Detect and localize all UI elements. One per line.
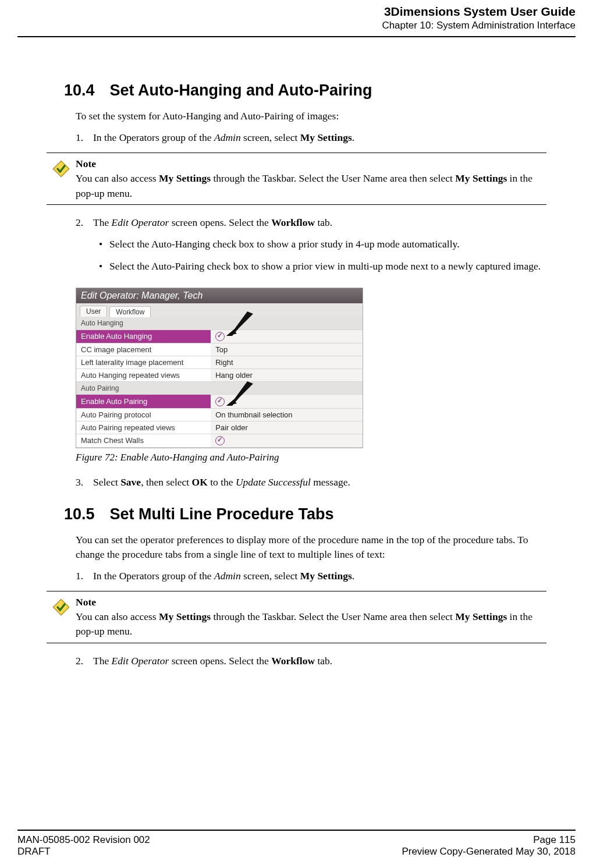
bullet-item: • Select the Auto-Hanging check box to s… <box>93 237 546 251</box>
note-text: Note You can also access My Settings thr… <box>76 595 546 639</box>
note-label: Note <box>76 595 546 610</box>
pointer-arrow-icon <box>222 380 254 409</box>
checkbox-icon[interactable] <box>215 436 225 445</box>
step-1: 1. In the Operators group of the Admin s… <box>76 130 546 145</box>
footer-gen-date: Preview Copy-Generated May 30, 2018 <box>402 846 576 858</box>
row-match-chest-walls: Match Chest Walls <box>76 434 363 448</box>
note-box: Note You can also access My Settings thr… <box>47 591 546 643</box>
step-1: 1. In the Operators group of the Admin s… <box>76 569 546 583</box>
section-number: 10.5 <box>64 505 95 523</box>
step-number: 1. <box>76 130 93 145</box>
footer-doc-rev: MAN-05085-002 Revision 002 <box>17 834 150 846</box>
note-label: Note <box>76 157 546 171</box>
tab-bar: User Workflow <box>76 303 363 317</box>
section-intro: You can set the operator preferences to … <box>76 533 546 562</box>
row-enable-auto-hanging: Enable Auto Hanging <box>76 330 363 343</box>
page-footer: MAN-05085-002 Revision 002 Page 115 DRAF… <box>17 830 576 858</box>
settings-table: Auto Hanging Enable Auto Hanging CC imag… <box>76 317 363 448</box>
tab-user[interactable]: User <box>80 306 107 317</box>
bullet-item: • Select the Auto-Pairing check box to s… <box>93 259 546 274</box>
section-intro: To set the system for Auto-Hanging and A… <box>76 109 546 123</box>
page-header: 3Dimensions System User Guide Chapter 10… <box>17 0 576 37</box>
row-left-laterality: Left laterality image placementRight <box>76 356 363 369</box>
footer-draft: DRAFT <box>17 846 51 858</box>
row-cc-placement: CC image placementTop <box>76 343 363 356</box>
step-text: The Edit Operator screen opens. Select t… <box>93 654 546 668</box>
section-number: 10.4 <box>64 82 95 100</box>
step-text: Select Save, then select OK to the Updat… <box>93 475 546 490</box>
section-10-4-heading: 10.4 Set Auto-Hanging and Auto-Pairing <box>64 82 546 100</box>
edit-operator-screenshot: Edit Operator: Manager, Tech User Workfl… <box>76 288 363 448</box>
step-number: 2. <box>76 654 93 668</box>
note-body: You can also access My Settings through … <box>76 610 546 639</box>
footer-page-num: Page 115 <box>533 834 576 846</box>
row-enable-auto-pairing: Enable Auto Pairing <box>76 395 363 409</box>
group-auto-pairing: Auto Pairing <box>76 382 363 395</box>
note-text: Note You can also access My Settings thr… <box>76 157 546 201</box>
step-number: 2. <box>76 215 93 281</box>
step-number: 3. <box>76 475 93 490</box>
footer-rule <box>17 830 576 831</box>
step-text: The Edit Operator screen opens. Select t… <box>93 215 546 281</box>
tab-workflow[interactable]: Workflow <box>109 306 151 317</box>
bullet-icon: • <box>93 259 109 274</box>
step-2: 2. The Edit Operator screen opens. Selec… <box>76 215 546 281</box>
row-ah-repeated: Auto Hanging repeated viewsHang older <box>76 369 363 382</box>
note-icon <box>47 157 76 201</box>
step-text: In the Operators group of the Admin scre… <box>93 130 546 145</box>
window-title: Edit Operator: Manager, Tech <box>76 288 363 303</box>
row-ap-repeated: Auto Pairing repeated viewsPair older <box>76 421 363 434</box>
note-box: Note You can also access My Settings thr… <box>47 153 546 205</box>
note-body: You can also access My Settings through … <box>76 171 546 201</box>
step-text: In the Operators group of the Admin scre… <box>93 569 546 583</box>
step-2: 2. The Edit Operator screen opens. Selec… <box>76 654 546 668</box>
group-auto-hanging: Auto Hanging <box>76 317 363 330</box>
row-ap-protocol: Auto Pairing protocolOn thumbnail select… <box>76 408 363 421</box>
chapter-title: Chapter 10: System Administration Interf… <box>17 20 576 31</box>
section-title: Set Multi Line Procedure Tabs <box>110 505 334 523</box>
bullet-icon: • <box>93 237 109 251</box>
svg-marker-1 <box>226 311 253 336</box>
pointer-arrow-icon <box>222 310 254 339</box>
step-number: 1. <box>76 569 93 583</box>
note-icon <box>47 595 76 639</box>
section-10-5-heading: 10.5 Set Multi Line Procedure Tabs <box>64 505 546 523</box>
figure-caption: Figure 72: Enable Auto-Hanging and Auto-… <box>76 452 546 463</box>
doc-title: 3Dimensions System User Guide <box>17 5 576 19</box>
section-title: Set Auto-Hanging and Auto-Pairing <box>110 82 372 100</box>
svg-marker-3 <box>226 381 253 406</box>
step-3: 3. Select Save, then select OK to the Up… <box>76 475 546 490</box>
